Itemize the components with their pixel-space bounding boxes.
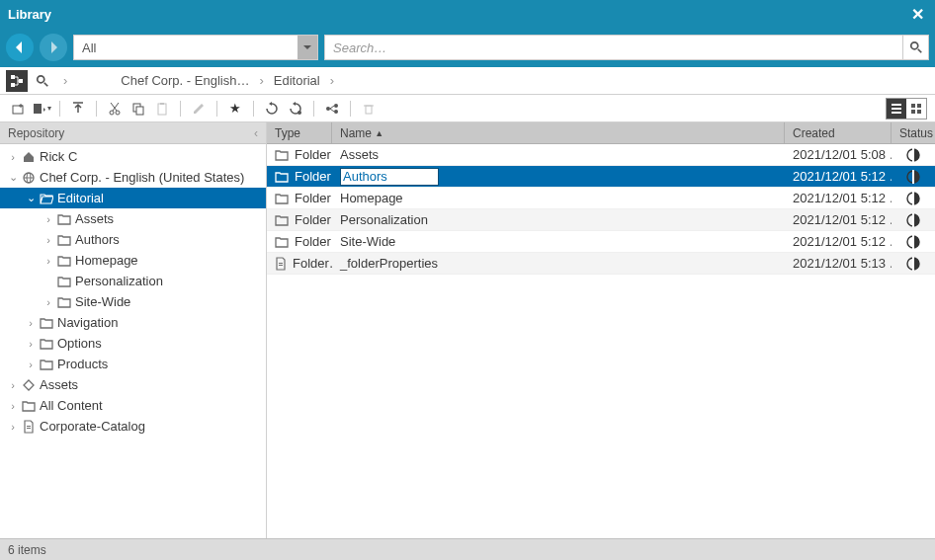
expand-toggle[interactable]: › xyxy=(42,255,55,267)
copy-button[interactable] xyxy=(128,99,148,119)
tree-node[interactable]: ›Assets xyxy=(0,208,266,229)
row-name: Personalization xyxy=(340,212,428,227)
expand-toggle[interactable]: › xyxy=(24,317,38,329)
tree-node[interactable]: ›Navigation xyxy=(0,312,266,333)
tree-label: Personalization xyxy=(75,274,163,288)
col-name[interactable]: Name ▲ xyxy=(332,122,785,143)
folder-icon xyxy=(275,236,289,248)
list-view-button[interactable] xyxy=(887,99,906,119)
grid-icon xyxy=(910,103,922,115)
svg-rect-20 xyxy=(366,106,372,114)
close-button[interactable]: ✕ xyxy=(907,5,927,24)
search-input[interactable] xyxy=(324,35,903,60)
back-button[interactable] xyxy=(6,34,34,61)
home-icon xyxy=(20,150,38,164)
expand-toggle[interactable]: › xyxy=(42,296,55,308)
svg-rect-8 xyxy=(34,104,42,114)
expand-toggle[interactable]: › xyxy=(6,421,20,433)
cell-type: Folder xyxy=(267,191,332,205)
cell-created: 2021/12/01 5:13 … xyxy=(785,256,892,271)
svg-point-5 xyxy=(38,75,44,82)
tree-mode-button[interactable] xyxy=(6,70,28,92)
expand-toggle[interactable]: › xyxy=(42,234,55,246)
col-created[interactable]: Created xyxy=(785,122,892,143)
edit-button[interactable] xyxy=(189,99,209,119)
cut-button[interactable] xyxy=(105,99,125,119)
expand-toggle[interactable]: › xyxy=(42,213,55,225)
forward-button[interactable] xyxy=(40,34,67,61)
tree-node[interactable]: ›Rick C xyxy=(0,146,266,167)
table-row[interactable]: Folder…_folderProperties2021/12/01 5:13 … xyxy=(267,253,935,275)
table-row[interactable]: FolderSite-Wide2021/12/01 5:12 … xyxy=(267,231,935,253)
paste-icon xyxy=(155,102,169,116)
svg-point-11 xyxy=(116,111,120,115)
cell-name: _folderProperties xyxy=(332,256,785,271)
tree-node[interactable]: ›All Content xyxy=(0,395,266,416)
expand-toggle[interactable]: › xyxy=(6,400,20,412)
filter-select[interactable]: All xyxy=(73,35,318,60)
expand-toggle[interactable]: › xyxy=(6,151,20,163)
cell-type: Folder xyxy=(267,169,332,184)
folder-icon xyxy=(55,234,73,246)
bookmark-button[interactable]: ★ xyxy=(225,99,245,119)
search-mode-button[interactable] xyxy=(32,70,53,92)
table-row[interactable]: FolderHomepage2021/12/01 5:12 … xyxy=(267,188,935,209)
tree-node[interactable]: ⌄Editorial xyxy=(0,188,266,208)
table-row[interactable]: FolderAssets2021/12/01 5:08 … xyxy=(267,144,935,166)
tree-node[interactable]: ›Homepage xyxy=(0,250,266,271)
folder-icon xyxy=(38,338,55,350)
folder-open-icon xyxy=(38,193,55,204)
svg-rect-45 xyxy=(279,265,283,266)
upload-button[interactable] xyxy=(68,99,88,119)
folder-icon xyxy=(275,214,289,226)
expand-toggle[interactable]: › xyxy=(24,359,38,370)
expand-toggle[interactable]: ⌄ xyxy=(6,171,20,184)
folder-icon xyxy=(275,193,289,204)
tree-node[interactable]: ›Products xyxy=(0,354,266,374)
refresh-button[interactable] xyxy=(262,99,282,119)
collapse-sidebar-button[interactable]: ‹ xyxy=(254,126,258,140)
new-menu-button[interactable]: ▾ xyxy=(32,99,51,119)
cell-status xyxy=(892,235,935,249)
cell-type: Folder xyxy=(267,147,332,162)
rename-input[interactable] xyxy=(340,168,439,186)
tree-label: Products xyxy=(57,357,108,371)
tree: ›Rick C⌄Chef Corp. - English (United Sta… xyxy=(0,144,266,538)
nav-row: All xyxy=(0,28,935,67)
breadcrumb-row: › Chef Corp. - English… › Editorial › xyxy=(0,67,935,95)
svg-line-6 xyxy=(44,82,48,86)
tree-node[interactable]: ⌄Chef Corp. - English (United States) xyxy=(0,167,266,188)
row-name: Assets xyxy=(340,147,379,162)
expand-toggle[interactable]: › xyxy=(24,338,38,350)
view-toggle xyxy=(886,98,927,120)
copy-icon xyxy=(131,102,145,116)
tree-node[interactable]: ›Corporate-Catalog xyxy=(0,416,266,437)
tree-node[interactable]: ›Assets xyxy=(0,374,266,395)
expand-toggle[interactable]: › xyxy=(6,379,20,391)
tree-label: Assets xyxy=(40,377,78,392)
svg-point-18 xyxy=(334,104,338,108)
refresh-all-button[interactable] xyxy=(286,99,305,119)
tree-label: Editorial xyxy=(57,191,104,205)
col-type[interactable]: Type xyxy=(267,122,332,143)
workflow-button[interactable] xyxy=(322,99,342,119)
svg-rect-28 xyxy=(917,110,921,114)
grid-view-button[interactable] xyxy=(906,99,926,119)
breadcrumb-item[interactable]: Chef Corp. - English… xyxy=(121,73,249,88)
breadcrumb-item[interactable]: Editorial xyxy=(274,73,320,88)
table-row[interactable]: Folder2021/12/01 5:12 … xyxy=(267,166,935,188)
tree-label: Homepage xyxy=(75,253,138,268)
tree-node[interactable]: ›Authors xyxy=(0,229,266,250)
expand-toggle[interactable]: ⌄ xyxy=(24,192,38,204)
delete-button[interactable] xyxy=(359,99,379,119)
tree-node[interactable]: ›Site-Wide xyxy=(0,291,266,312)
tree-node[interactable]: Personalization xyxy=(0,271,266,291)
new-button[interactable] xyxy=(8,99,28,119)
col-status[interactable]: Status xyxy=(892,122,935,143)
search-button[interactable] xyxy=(903,35,929,60)
svg-rect-25 xyxy=(911,104,915,108)
divider xyxy=(96,101,97,117)
paste-button[interactable] xyxy=(152,99,172,119)
table-row[interactable]: FolderPersonalization2021/12/01 5:12 … xyxy=(267,209,935,231)
tree-node[interactable]: ›Options xyxy=(0,333,266,354)
